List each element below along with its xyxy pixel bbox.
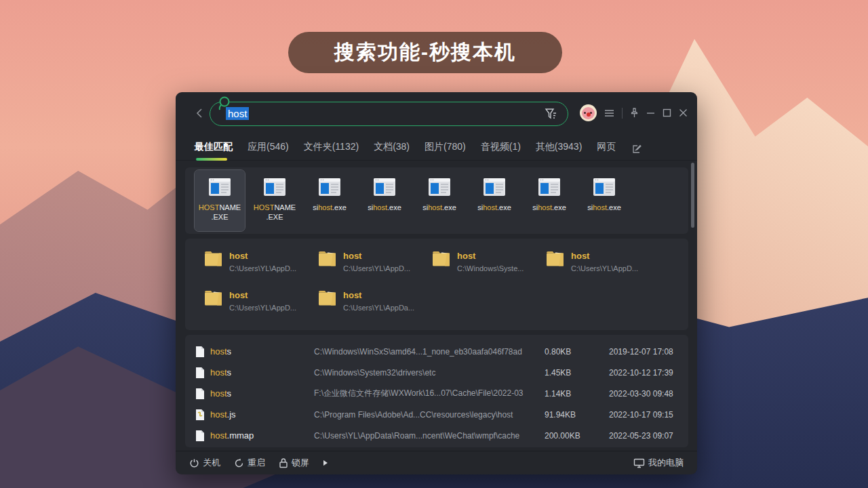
tab-3[interactable]: 文档(38): [374, 141, 410, 155]
app-result-label: sihost.exe: [477, 203, 511, 212]
app-result-6[interactable]: sihost.exe: [524, 170, 574, 231]
title-banner: 搜索功能-秒搜本机: [288, 32, 562, 73]
folder-name: host: [229, 290, 296, 300]
file-date: 2022-10-12 17:39: [609, 368, 688, 378]
folder-name: host: [343, 290, 414, 300]
close-button[interactable]: [679, 108, 688, 117]
file-path: F:\企业微信文件存储\WXWork\16...07\Cache\File\20…: [314, 388, 545, 399]
feedback-edit-icon[interactable]: [632, 144, 642, 154]
folder-result-1[interactable]: host C:\Users\YL\AppD...: [318, 250, 432, 289]
app-result-3[interactable]: sihost.exe: [359, 170, 410, 231]
file-date: 2019-12-07 17:08: [609, 347, 688, 357]
folder-name: host: [457, 251, 524, 261]
app-result-label: sihost.exe: [587, 203, 621, 212]
file-result-1[interactable]: hosts C:\Windows\System32\drivers\etc 1.…: [185, 362, 688, 383]
maximize-button[interactable]: [663, 108, 671, 117]
header-separator: [622, 108, 623, 119]
active-tab-underline: [196, 158, 227, 161]
pin-icon[interactable]: [630, 108, 639, 118]
file-date: 2022-05-23 09:07: [609, 431, 688, 441]
lock-screen-button[interactable]: 锁屏: [279, 457, 309, 469]
file-result-3[interactable]: host.js C:\Program Files\Adobe\Ad...CC\r…: [185, 404, 688, 425]
folder-result-3[interactable]: host C:\Users\YL\AppD...: [546, 250, 660, 289]
file-path: C:\Users\YL\AppData\Roam...ncent\WeChat\…: [314, 431, 545, 441]
file-path: C:\Windows\System32\drivers\etc: [314, 368, 545, 378]
restart-button[interactable]: 重启: [234, 457, 265, 469]
folder-path: C:\Windows\Syste...: [457, 264, 524, 272]
app-result-label: HOSTNAME .EXE: [254, 203, 296, 222]
file-result-2[interactable]: hosts F:\企业微信文件存储\WXWork\16...07\Cache\F…: [185, 383, 688, 404]
file-name: hosts: [210, 346, 314, 357]
file-size: 0.80KB: [545, 347, 609, 357]
folder-result-2[interactable]: host C:\Windows\Syste...: [432, 250, 546, 289]
minimize-button[interactable]: [646, 108, 655, 117]
app-exe-icon: [208, 178, 231, 197]
folder-name: host: [229, 251, 296, 261]
file-path: C:\Windows\WinSxS\amd64...1_none_eb30aaf…: [314, 347, 545, 357]
computer-icon: [633, 458, 645, 468]
file-icon: [195, 346, 205, 358]
folder-result-4[interactable]: host C:\Users\YL\AppD...: [204, 289, 318, 329]
file-path: C:\Program Files\Adobe\Ad...CC\resources…: [314, 410, 545, 420]
app-result-5[interactable]: sihost.exe: [469, 170, 519, 231]
my-computer-button[interactable]: 我的电脑: [633, 457, 684, 469]
folder-result-5[interactable]: host C:\Users\YL\AppDa...: [318, 289, 432, 329]
app-result-label: sihost.exe: [313, 203, 347, 212]
folder-path: C:\Users\YL\AppD...: [229, 264, 296, 272]
folder-icon: [546, 250, 565, 267]
app-exe-icon: [373, 178, 396, 197]
search-input[interactable]: host: [226, 107, 249, 120]
file-result-4[interactable]: host.mmap C:\Users\YL\AppData\Roam...nce…: [185, 425, 688, 446]
tab-7[interactable]: 网页: [597, 141, 616, 155]
folder-path: C:\Users\YL\AppD...: [571, 264, 638, 272]
power-icon: [189, 458, 199, 468]
folder-icon: [432, 250, 451, 267]
app-exe-icon: [428, 178, 451, 197]
file-icon: [195, 430, 205, 442]
folder-icon: [204, 289, 223, 306]
app-result-2[interactable]: sihost.exe: [304, 170, 355, 231]
shutdown-button[interactable]: 关机: [189, 457, 220, 469]
tab-1[interactable]: 应用(546): [248, 141, 289, 155]
folder-name: host: [343, 251, 410, 261]
app-result-7[interactable]: sihost.exe: [579, 170, 629, 231]
expand-arrow-icon[interactable]: [323, 460, 328, 466]
tab-bar: 最佳匹配应用(546)文件夹(1132)文档(38)图片(780)音视频(1)其…: [176, 136, 697, 161]
menu-icon[interactable]: [604, 109, 614, 117]
app-result-0[interactable]: HOSTNAME .EXE: [195, 170, 245, 231]
file-result-0[interactable]: hosts C:\Windows\WinSxS\amd64...1_none_e…: [185, 341, 688, 362]
tab-2[interactable]: 文件夹(1132): [304, 141, 359, 155]
app-result-label: HOSTNAME .EXE: [199, 203, 241, 222]
scrollbar-thumb[interactable]: [691, 163, 694, 228]
filter-icon[interactable]: [545, 108, 558, 120]
lock-icon: [279, 458, 288, 468]
user-avatar[interactable]: [580, 104, 597, 121]
banner-title: 搜索功能-秒搜本机: [334, 39, 516, 66]
footer-bar: 关机 重启 锁屏 我的电脑: [176, 451, 697, 474]
app-result-1[interactable]: HOSTNAME .EXE: [250, 170, 300, 231]
folder-result-0[interactable]: host C:\Users\YL\AppD...: [204, 250, 318, 289]
best-match-apps-card: HOSTNAME .EXE HOSTNAME .EXE sihost.exe s…: [185, 167, 688, 234]
search-box[interactable]: host: [210, 102, 568, 126]
folder-name: host: [571, 251, 638, 261]
file-size: 200.00KB: [545, 431, 609, 441]
file-icon: [195, 409, 205, 421]
folder-path: C:\Users\YL\AppDa...: [343, 304, 414, 312]
app-result-label: sihost.exe: [422, 203, 456, 212]
folder-path: C:\Users\YL\AppD...: [229, 304, 296, 312]
tab-5[interactable]: 音视频(1): [481, 141, 521, 155]
tab-6[interactable]: 其他(3943): [536, 141, 582, 155]
app-exe-icon: [483, 178, 506, 197]
search-window: host: [176, 92, 697, 474]
file-size: 1.45KB: [545, 368, 609, 378]
back-button[interactable]: [193, 106, 205, 121]
file-size: 1.14KB: [545, 389, 609, 399]
folder-icon: [204, 250, 223, 267]
app-result-4[interactable]: sihost.exe: [414, 170, 465, 231]
tab-0[interactable]: 最佳匹配: [195, 141, 233, 155]
file-date: 2022-03-30 09:48: [609, 389, 688, 399]
app-exe-icon: [318, 178, 341, 197]
tab-4[interactable]: 图片(780): [425, 141, 466, 155]
folder-results-card: host C:\Users\YL\AppD... host C:\Users\Y…: [185, 239, 688, 330]
app-result-label: sihost.exe: [532, 203, 566, 212]
